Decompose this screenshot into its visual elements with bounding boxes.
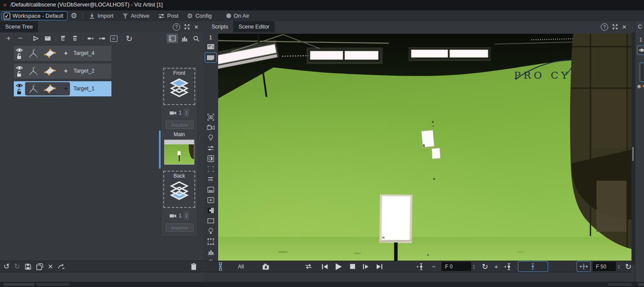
tab-scene-editor[interactable]: Scene Editor: [233, 21, 275, 32]
post-menu-item[interactable]: Post: [154, 10, 183, 21]
visibility-eye-icon[interactable]: [16, 48, 23, 53]
front-camera-value[interactable]: 1: [179, 110, 182, 116]
remove-node-button[interactable]: −: [15, 34, 25, 43]
save-button[interactable]: [25, 263, 32, 270]
scroll-segment[interactable]: [36, 283, 69, 286]
radio-indicator[interactable]: ◉: [637, 83, 641, 89]
close-panel-icon[interactable]: ✕: [622, 24, 627, 30]
archive-menu-item[interactable]: Archive: [118, 10, 154, 21]
expand-node-plus[interactable]: +: [64, 85, 68, 92]
back-layer-state-button[interactable]: Inactive: [166, 223, 194, 232]
close-panel-icon[interactable]: ✕: [194, 24, 199, 30]
geometry-plane-icon[interactable]: [43, 49, 56, 58]
stepper-down-icon[interactable]: ▼: [185, 113, 187, 115]
back-layer-dropzone[interactable]: Back: [163, 171, 195, 208]
decrement-frame-button[interactable]: −: [432, 263, 436, 270]
expand-node-plus[interactable]: +: [64, 67, 68, 74]
increment-frame-button[interactable]: +: [494, 263, 498, 270]
geometry-plane-icon[interactable]: [43, 67, 56, 76]
node-label[interactable]: Target_1: [73, 86, 95, 92]
set-keyframe-button[interactable]: [518, 261, 548, 272]
camera-capture-button[interactable]: [206, 112, 216, 121]
tree-node-target4[interactable]: + Target_4: [12, 46, 111, 61]
skip-to-start-button[interactable]: [321, 264, 328, 270]
stepper-down-icon[interactable]: ▼: [185, 216, 187, 218]
statistics-button[interactable]: [206, 247, 216, 256]
play-box-button[interactable]: [206, 206, 216, 215]
skip-to-end-button[interactable]: [376, 264, 383, 270]
run-animation-button[interactable]: [31, 34, 41, 43]
main-layer-thumbnail[interactable]: [164, 140, 194, 165]
scroll-segment[interactable]: [638, 283, 644, 286]
visibility-eye-icon[interactable]: [16, 65, 23, 70]
back-camera-value[interactable]: 1: [179, 213, 182, 219]
visibility-eye-icon[interactable]: [16, 83, 23, 88]
expand-node-plus[interactable]: +: [64, 49, 68, 57]
expand-panel-icon[interactable]: [612, 24, 618, 30]
keyframe-right-button[interactable]: [504, 263, 511, 270]
adjust-sliders-button[interactable]: [206, 144, 216, 153]
undo-button[interactable]: ↺: [3, 263, 10, 270]
light-bulb-button[interactable]: [206, 226, 216, 236]
expand-panel-icon[interactable]: [184, 24, 190, 30]
transform-axis-icon[interactable]: [29, 48, 38, 58]
save-as-button[interactable]: [36, 263, 44, 270]
front-camera-stepper[interactable]: ▲▼: [184, 108, 189, 117]
tree-node-target2[interactable]: + Target_2: [12, 64, 111, 79]
frame-end-field[interactable]: F 50: [593, 262, 616, 271]
row-grip[interactable]: [12, 46, 14, 61]
transform-axis-icon[interactable]: [29, 84, 38, 93]
geometry-plane-icon[interactable]: [43, 84, 56, 93]
import-menu-item[interactable]: Import: [85, 10, 118, 21]
search-tree-button[interactable]: [191, 34, 201, 43]
selection-handles-button[interactable]: [206, 237, 216, 246]
scrollbar-thumb[interactable]: [632, 147, 634, 161]
tree-view-toggle-button[interactable]: [167, 34, 178, 43]
node-label[interactable]: Target_4: [73, 50, 95, 56]
row-grip[interactable]: [12, 81, 14, 96]
tree-node-target1-selected[interactable]: + Target_1: [12, 81, 111, 96]
keyframe-tween-button[interactable]: [577, 261, 591, 272]
front-layer-state-button[interactable]: Inactive: [166, 121, 194, 129]
help-icon[interactable]: ?: [601, 23, 608, 31]
performance-bars-button[interactable]: [179, 34, 190, 43]
front-layer-dropzone[interactable]: Front: [163, 68, 195, 105]
video-camera-button[interactable]: [206, 123, 216, 132]
transform-axis-icon[interactable]: [29, 66, 38, 76]
collapse-tree-button[interactable]: [70, 34, 80, 43]
loop-button[interactable]: [305, 263, 312, 270]
expand-tree-button[interactable]: [58, 34, 68, 43]
script-branch-button[interactable]: [57, 264, 65, 270]
unlock-icon[interactable]: [16, 53, 22, 59]
back-camera-stepper[interactable]: ▲▼: [184, 211, 189, 220]
merge-out-button[interactable]: [85, 34, 95, 43]
selection-box-partial[interactable]: [640, 63, 644, 82]
add-box-button[interactable]: [206, 195, 216, 204]
stepper-down-icon[interactable]: ▼: [473, 267, 475, 269]
node-label[interactable]: Target_2: [73, 68, 95, 74]
scroll-segment[interactable]: [608, 283, 631, 286]
scene-viewport[interactable]: PRO CYC: [218, 34, 631, 265]
workspace-gear-icon[interactable]: ⚙: [67, 11, 81, 20]
merge-in-button[interactable]: [97, 34, 107, 43]
redo-button[interactable]: ↻: [14, 263, 20, 270]
tab-scene-tree[interactable]: Scene Tree: [0, 21, 38, 32]
scene-info-button[interactable]: [206, 42, 216, 51]
light-pin-button[interactable]: [206, 133, 216, 142]
hs-mode-button[interactable]: HS: [206, 175, 216, 184]
monitor-button[interactable]: [206, 185, 216, 194]
contrast-button[interactable]: [206, 154, 216, 163]
layout-squares-toggle[interactable]: [219, 262, 222, 271]
stepper-down-icon[interactable]: ▼: [618, 267, 620, 269]
step-forward-button[interactable]: [362, 264, 369, 270]
help-icon[interactable]: ?: [173, 23, 180, 31]
scroll-segment[interactable]: [3, 283, 35, 286]
add-node-button[interactable]: +: [3, 34, 14, 43]
reset-end-button[interactable]: ↻: [625, 263, 631, 270]
stop-button[interactable]: [349, 263, 356, 270]
add-group-button[interactable]: G: [108, 34, 119, 43]
frame-start-stepper[interactable]: ▲▼: [471, 262, 477, 271]
row-grip[interactable]: [12, 64, 14, 79]
workspace-button[interactable]: Workspace - Default: [2, 11, 67, 20]
delete-button[interactable]: ✕: [48, 263, 54, 271]
